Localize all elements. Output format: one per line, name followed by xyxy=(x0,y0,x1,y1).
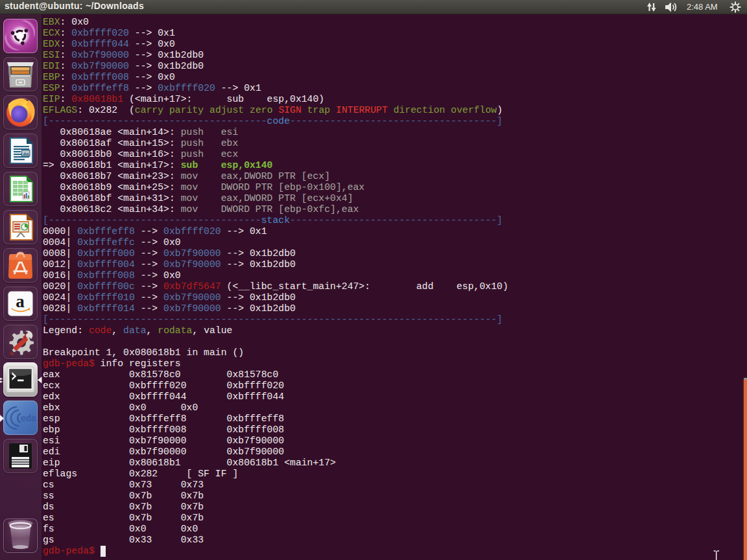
svg-text:eda: eda xyxy=(21,413,36,423)
svg-text:a: a xyxy=(16,292,25,311)
